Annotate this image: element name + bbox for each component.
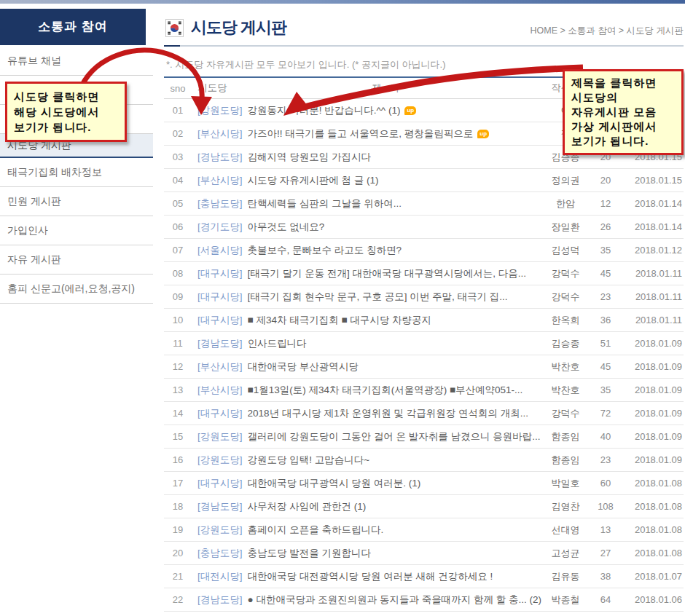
post-title-link[interactable]: 대한애국당 대구광역시 당원 여러분. (1) [248, 477, 421, 490]
party-badge-link[interactable]: [강원도당] [197, 104, 243, 117]
party-badge-link[interactable]: [경남도당] [197, 500, 243, 513]
row-main: [경남도당] ● 대한애국당과 조원진의원과 동지들과 죽을때까지 함께 할 충… [192, 593, 542, 607]
row-number: 09 [164, 291, 192, 302]
row-main: [강원도당] 홈페이지 오픈을 축하드립니다. [192, 524, 542, 537]
party-badge-link[interactable]: [대구시당] [197, 267, 243, 280]
table-row: 20 [충남도당] 충남도당 발전을 기원합니다 고성균 27 2018.01.… [164, 542, 684, 565]
annotation-line: 자유게시판 모음 [571, 105, 675, 119]
view-count: 72 [589, 408, 622, 419]
party-badge-link[interactable]: [경기도당] [197, 221, 243, 234]
post-title-link[interactable]: [태극기 달기 운동 전개] 대한애국당 대구광역시당에서는, 다음... [248, 267, 527, 280]
party-badge-link[interactable]: [대구시당] [197, 291, 243, 304]
party-badge-link[interactable]: [경남도당] [197, 593, 243, 607]
party-badge-link[interactable]: [대구시당] [197, 407, 243, 420]
up-badge-icon: up [404, 106, 416, 115]
post-date: 2018.01.09 [622, 431, 684, 442]
table-row: 22 [경남도당] ● 대한애국당과 조원진의원과 동지들과 죽을때까지 함께 … [164, 588, 684, 612]
sidebar-item[interactable]: 자유 게시판 [0, 245, 153, 275]
post-title-link[interactable]: 시도당 자유게시판에 첨 글 (1) [248, 174, 379, 187]
party-badge-link[interactable]: [강원도당] [197, 454, 243, 467]
row-main: [부산시당] 대한애국당 부산광역시당 [192, 360, 542, 374]
sidebar: 소통과 참여 유튜브 채널 시도당 게시판 태극기집회 배차정보 민원 게시판 … [0, 9, 153, 304]
row-number: 22 [164, 594, 192, 605]
table-row: 21 [대전시당] 대한애국당 대전광역시당 당원 여러분 새해 건강하세요 !… [164, 565, 684, 588]
party-badge-link[interactable]: [부산시당] [197, 360, 243, 374]
table-row: 09 [대구시당] [태극기 집회 현수막 문구, 구호 공모] 이번 주말, … [164, 285, 684, 309]
post-title-link[interactable]: 충남도당 발전을 기원합니다 [248, 547, 372, 560]
party-badge-link[interactable]: [대구시당] [197, 314, 243, 327]
post-title-link[interactable]: [태극기 집회 현수막 문구, 구호 공모] 이번 주말, 태극기 집... [248, 291, 508, 304]
row-main: [대구시당] [태극기 달기 운동 전개] 대한애국당 대구광역시당에서는, 다… [192, 267, 542, 280]
author: 박찬호 [542, 384, 589, 397]
table-row: 08 [대구시당] [태극기 달기 운동 전개] 대한애국당 대구광역시당에서는… [164, 262, 684, 285]
row-number: 17 [164, 478, 192, 489]
post-title-link[interactable]: 강원도당 입택! 고맙습니다~ [248, 454, 370, 467]
party-badge-link[interactable]: [강원도당] [197, 430, 243, 443]
row-number: 07 [164, 245, 192, 256]
post-title-link[interactable]: ■ 제34차 태극기집회 ■ 대구시당 차량공지 [248, 314, 432, 327]
table-row: 06 [경기도당] 아무것도 없네요? 장일환 26 2018.01.14 [164, 216, 684, 239]
row-number: 11 [164, 338, 192, 349]
top-gradient-bar [0, 0, 685, 4]
post-date: 2018.01.15 [622, 175, 684, 186]
sidebar-item[interactable]: 태극기집회 배차정보 [0, 158, 153, 187]
post-title-link[interactable]: 대한애국당 대전광역시당 당원 여러분 새해 건강하세요 ! [248, 570, 493, 583]
party-badge-link[interactable]: [경남도당] [197, 151, 243, 164]
header-title: 제 목 [232, 82, 543, 95]
party-badge-link[interactable]: [경남도당] [197, 337, 243, 350]
annotation-line: 보기가 됩니다. [571, 134, 675, 149]
author: 강덕수 [542, 291, 589, 304]
party-badge-link[interactable]: [부산시당] [197, 174, 243, 187]
post-title-link[interactable]: ● 대한애국당과 조원진의원과 동지들과 죽을때까지 함께 할 충... (2) [248, 593, 541, 607]
row-number: 10 [164, 315, 192, 325]
row-main: [대구시당] 2018년 대구시당 제1차 운영위원 및 각급위원장 연석회의 … [192, 407, 542, 420]
post-title-link[interactable]: 2018년 대구시당 제1차 운영위원 및 각급위원장 연석회의 개최... [248, 407, 529, 420]
row-main: [대구시당] ■ 제34차 태극기집회 ■ 대구시당 차량공지 [192, 314, 542, 327]
row-number: 02 [164, 128, 192, 139]
party-badge-link[interactable]: [충남도당] [197, 547, 243, 560]
sidebar-item[interactable]: 유튜브 채널 [0, 47, 153, 76]
post-title-link[interactable]: 아무것도 없네요? [248, 221, 325, 234]
party-badge-link[interactable]: [강원도당] [197, 524, 243, 537]
author: 김성덕 [542, 244, 589, 257]
post-title-link[interactable]: 홈페이지 오픈을 축하드립니다. [248, 524, 384, 537]
party-badge-link[interactable]: [대구시당] [197, 477, 243, 490]
view-count: 108 [589, 501, 622, 512]
post-title-link[interactable]: 김해지역 당원모임 가집시다 [248, 151, 372, 164]
post-title-link[interactable]: 갤러리에 강원도당이 그동안 걸어 온 발자취를 남겼으니 응원바랍... [248, 430, 541, 443]
sidebar-item-label: 자유 게시판 [7, 253, 61, 265]
table-row: 14 [대구시당] 2018년 대구시당 제1차 운영위원 및 각급위원장 연석… [164, 402, 684, 425]
party-badge-link[interactable]: [서울시당] [197, 244, 243, 257]
author: 김승종 [542, 337, 589, 350]
row-main: [경남도당] 김해지역 당원모임 가집시다 [192, 151, 542, 164]
sidebar-item[interactable]: 민원 게시판 [0, 187, 153, 216]
view-count: 40 [589, 431, 622, 442]
post-title-link[interactable]: 사무처장 사임에 관한건 (1) [248, 500, 367, 513]
sidebar-item[interactable]: 가입인사 [0, 216, 153, 245]
party-badge-link[interactable]: [대전시당] [197, 570, 243, 583]
post-title-link[interactable]: 강원동지 여러분! 반갑습니다.^^ (1) [248, 104, 401, 117]
party-badge-link[interactable]: [충남도당] [197, 197, 243, 210]
post-title-link[interactable]: 가즈아!! 태극기를 들고 서울역으로, 평창올림픽으로 [248, 127, 474, 141]
party-badge-link[interactable]: [부산시당] [197, 384, 243, 397]
row-number: 12 [164, 361, 192, 372]
row-main: [충남도당] 충남도당 발전을 기원합니다 [192, 547, 542, 560]
party-badge-link[interactable]: [부산시당] [197, 127, 243, 141]
annotation-line: 제목을 클릭하면 [571, 76, 675, 90]
post-title-link[interactable]: 촛불보수, 문빠보수 라고도 칭하면? [248, 244, 402, 257]
sidebar-item[interactable]: 홈피 신문고(에러,요청,공지) [0, 275, 153, 304]
post-title-link[interactable]: 인사드립니다 [248, 337, 307, 350]
view-count: 23 [589, 291, 622, 302]
post-title-link[interactable]: ■1월13일(토) 제34차 태극기집회(서울역광장) ■부산예약051-... [248, 384, 523, 397]
table-row: 17 [대구시당] 대한애국당 대구광역시 당원 여러분. (1) 박일호 60… [164, 472, 684, 495]
post-title-link[interactable]: 대한애국당 부산광역시당 [248, 360, 359, 374]
post-date: 2018.01.11 [622, 291, 684, 302]
post-date: 2018.01.11 [622, 268, 684, 279]
row-number: 14 [164, 408, 192, 419]
post-title-link[interactable]: 탄핵세력들 심판의 그날을 위하여... [248, 197, 402, 210]
breadcrumb[interactable]: HOME > 소통과 참여 > 시도당 게시판 [531, 25, 684, 37]
post-date: 2018.01.12 [622, 245, 684, 256]
sidebar-item-label: 태극기집회 배차정보 [7, 166, 102, 178]
view-count: 64 [589, 594, 622, 605]
post-date: 2018.01.14 [622, 221, 684, 232]
